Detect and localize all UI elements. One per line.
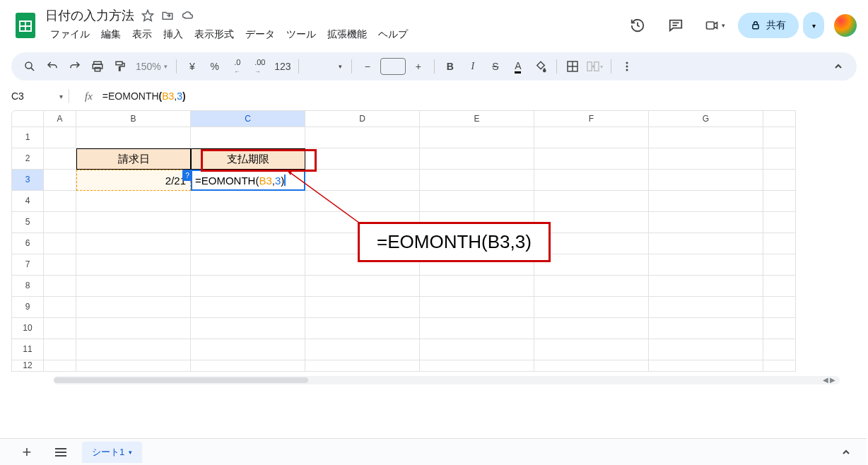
row-header-4[interactable]: 4 xyxy=(11,191,44,212)
menu-view[interactable]: 表示 xyxy=(127,25,157,44)
svg-point-21 xyxy=(626,66,628,68)
row-header-11[interactable]: 11 xyxy=(11,339,44,360)
redo-icon[interactable] xyxy=(65,57,85,76)
col-header-end[interactable] xyxy=(763,110,796,127)
doc-title[interactable]: 日付の入力方法 xyxy=(45,7,134,24)
fill-color-button[interactable] xyxy=(531,57,551,76)
row-header-2[interactable]: 2 xyxy=(11,148,44,170)
sheet-tab-1[interactable]: シート1▾ xyxy=(82,442,142,463)
menu-data[interactable]: データ xyxy=(240,25,280,44)
formula-help-chip[interactable]: ? xyxy=(182,170,192,181)
svg-point-22 xyxy=(626,69,628,71)
col-header-d[interactable]: D xyxy=(305,110,420,127)
print-icon[interactable] xyxy=(88,57,107,76)
svg-point-20 xyxy=(626,62,628,64)
italic-button[interactable]: I xyxy=(463,57,483,76)
scrollbar-thumb[interactable] xyxy=(54,377,308,383)
svg-rect-8 xyxy=(753,25,758,29)
fx-icon: fx xyxy=(85,90,93,102)
font-select[interactable]: ▾ xyxy=(305,58,346,75)
toolbar: 150%▾ ¥ % .0← .00→ 123 ▾ − + B I S A ▾ xyxy=(11,52,857,81)
svg-marker-24 xyxy=(287,170,293,175)
name-box[interactable]: C3 xyxy=(11,90,54,102)
svg-marker-4 xyxy=(143,11,153,21)
svg-rect-18 xyxy=(587,62,592,71)
menu-insert[interactable]: 挿入 xyxy=(158,25,188,44)
bold-button[interactable]: B xyxy=(440,57,460,76)
col-header-b[interactable]: B xyxy=(76,110,191,127)
borders-button[interactable] xyxy=(563,57,582,76)
undo-icon[interactable] xyxy=(42,57,62,76)
menu-bar: ファイル 編集 表示 挿入 表示形式 データ ツール 拡張機能 ヘルプ xyxy=(45,25,623,44)
formula-bar[interactable]: =EOMONTH(B3,3) xyxy=(102,90,186,102)
menu-file[interactable]: ファイル xyxy=(45,25,95,44)
all-sheets-button[interactable] xyxy=(48,442,74,463)
cell-b3[interactable]: 2/21 xyxy=(76,170,191,191)
row-header-1[interactable]: 1 xyxy=(11,127,44,148)
cell-b2[interactable]: 請求日 xyxy=(76,148,191,170)
percent-button[interactable]: % xyxy=(205,57,225,76)
col-header-c[interactable]: C xyxy=(191,110,305,127)
fontsize-input[interactable] xyxy=(380,58,406,75)
add-sheet-button[interactable]: + xyxy=(14,442,40,463)
row-header-3[interactable]: 3 xyxy=(11,170,44,191)
more-toolbar-icon[interactable] xyxy=(617,57,637,76)
account-avatar[interactable] xyxy=(834,14,857,37)
fontsize-increase[interactable]: + xyxy=(409,57,428,76)
share-button[interactable]: 共有 xyxy=(738,13,799,38)
row-header-7[interactable]: 7 xyxy=(11,254,44,276)
menu-edit[interactable]: 編集 xyxy=(96,25,126,44)
text-color-button[interactable]: A xyxy=(508,57,528,76)
svg-rect-14 xyxy=(116,61,122,65)
col-header-f[interactable]: F xyxy=(534,110,649,127)
horizontal-scrollbar[interactable]: ◀▶ xyxy=(54,376,840,384)
select-all-corner[interactable] xyxy=(11,110,44,127)
move-folder-icon[interactable] xyxy=(161,9,174,22)
row-header-5[interactable]: 5 xyxy=(11,212,44,233)
share-label: 共有 xyxy=(766,19,786,32)
row-header-12[interactable]: 12 xyxy=(11,360,44,372)
explore-button[interactable] xyxy=(840,446,852,459)
row-header-9[interactable]: 9 xyxy=(11,297,44,318)
zoom-select[interactable]: 150%▾ xyxy=(133,61,170,72)
menu-format[interactable]: 表示形式 xyxy=(189,25,239,44)
menu-extensions[interactable]: 拡張機能 xyxy=(322,25,372,44)
col-header-e[interactable]: E xyxy=(420,110,534,127)
paint-format-icon[interactable] xyxy=(110,57,130,76)
col-header-a[interactable]: A xyxy=(44,110,76,127)
merge-button[interactable]: ▾ xyxy=(585,57,605,76)
currency-button[interactable]: ¥ xyxy=(182,57,202,76)
increase-decimal-button[interactable]: .00→ xyxy=(250,57,270,76)
row-header-8[interactable]: 8 xyxy=(11,276,44,297)
menu-help[interactable]: ヘルプ xyxy=(373,25,413,44)
star-icon[interactable] xyxy=(141,9,154,22)
svg-line-23 xyxy=(287,170,365,227)
annotation-highlight-c3 xyxy=(201,149,317,172)
decrease-decimal-button[interactable]: .0← xyxy=(228,57,247,76)
row-header-10[interactable]: 10 xyxy=(11,318,44,339)
col-header-g[interactable]: G xyxy=(649,110,763,127)
scroll-right-icon[interactable]: ▶ xyxy=(830,376,835,384)
annotation-box: =EOMONTH(B3,3) xyxy=(358,222,551,262)
number-format-button[interactable]: 123 xyxy=(273,57,293,76)
fontsize-decrease[interactable]: − xyxy=(358,57,377,76)
comments-icon[interactable] xyxy=(662,11,690,40)
collapse-toolbar-icon[interactable] xyxy=(828,57,848,76)
row-header-6[interactable]: 6 xyxy=(11,233,44,254)
namebox-dropdown-icon[interactable]: ▾ xyxy=(59,93,63,100)
cloud-saved-icon[interactable] xyxy=(181,9,195,22)
meet-icon[interactable]: ▾ xyxy=(700,11,728,40)
sheets-logo[interactable] xyxy=(11,11,40,40)
history-icon[interactable] xyxy=(623,11,652,40)
svg-rect-7 xyxy=(706,22,714,29)
menu-tools[interactable]: ツール xyxy=(281,25,321,44)
strikethrough-button[interactable]: S xyxy=(486,57,505,76)
scroll-left-icon[interactable]: ◀ xyxy=(823,376,828,384)
svg-line-10 xyxy=(31,68,34,71)
search-icon[interactable] xyxy=(20,57,40,76)
svg-point-9 xyxy=(25,62,32,69)
share-dropdown[interactable]: ▾ xyxy=(803,12,824,39)
